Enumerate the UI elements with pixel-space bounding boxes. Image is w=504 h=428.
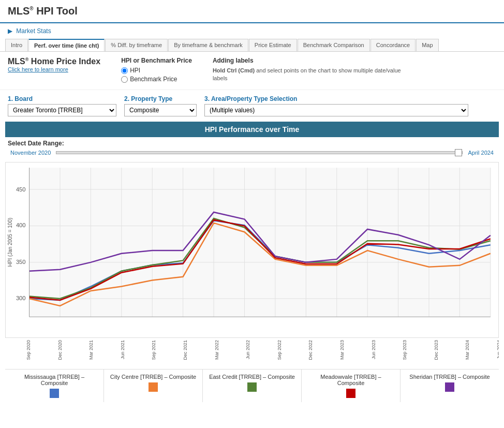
area-label: 3. Area/Property Type Selection	[204, 95, 468, 102]
x-label-4: Sep 2021	[151, 340, 156, 360]
market-stats-bar: ▶ Market Stats	[0, 23, 504, 39]
x-label-3: Jun 2021	[120, 340, 125, 359]
date-range-slider[interactable]	[56, 151, 463, 154]
svg-text:HPI (Jan 2005 = 100): HPI (Jan 2005 = 100)	[7, 218, 13, 267]
app-title: MLS® HPI Tool	[8, 5, 78, 17]
hpi-radio-row: HPI	[121, 67, 192, 74]
date-range-label: Select Date Range:	[8, 140, 496, 147]
tab-pct-diff[interactable]: % Diff. by timeframe	[105, 39, 168, 51]
adding-labels-text: Hold Ctrl (Cmd) and select points on the…	[213, 67, 409, 83]
hpi-option1-label: HPI	[130, 67, 140, 74]
legend-color-2	[247, 382, 257, 392]
hpi-options-label: HPI or Benchmark Price	[121, 57, 192, 64]
legend-item-1: City Centre [TRREB] – Composite	[104, 370, 203, 402]
legend-color-row-1	[109, 382, 197, 392]
legend-label-0: Mississauga [TRREB] – Composite	[10, 374, 98, 386]
board-select[interactable]: Greater Toronto [TRREB]	[8, 104, 116, 116]
x-label-7: Jun 2022	[245, 340, 250, 359]
date-end: April 2024	[468, 150, 494, 156]
area-select[interactable]: (Multiple values)	[204, 104, 468, 116]
learn-more-link[interactable]: Click here to learn more	[8, 66, 100, 72]
x-label-1: Dec 2020	[57, 340, 63, 360]
x-label-8: Sep 2022	[277, 340, 282, 360]
range-slider-container	[56, 149, 463, 157]
legend-color-row-2	[208, 382, 296, 392]
benchmark-radio[interactable]	[121, 76, 128, 83]
x-label-12: Sep 2023	[402, 340, 407, 360]
board-selector-group: 1. Board Greater Toronto [TRREB]	[8, 95, 116, 116]
ctrl-cmd-text: Hold Ctrl (Cmd)	[213, 67, 255, 73]
legend-color-row-0	[10, 389, 98, 398]
legend-color-3	[346, 389, 355, 398]
legend-color-1	[149, 382, 158, 392]
legend-color-row-4	[406, 382, 494, 392]
legend-row: Mississauga [TRREB] – Composite City Cen…	[5, 369, 499, 402]
tab-price-estimate[interactable]: Price Estimate	[249, 39, 297, 51]
hpi-radio[interactable]	[121, 67, 128, 74]
x-label-0: Sep 2020	[26, 340, 31, 360]
chart-header: HPI Performance over Time	[5, 122, 499, 137]
title-mls: MLS	[8, 5, 29, 17]
date-start: November 2020	[10, 150, 51, 156]
adding-labels-title: Adding labels	[213, 57, 409, 64]
legend-item-3: Meadowvale [TRREB] – Composite	[302, 370, 401, 402]
adding-labels-section: Adding labels Hold Ctrl (Cmd) and select…	[213, 57, 409, 83]
tab-benchmark-comparison[interactable]: Benchmark Comparison	[298, 39, 370, 51]
property-selector-group: 2. Property Type Composite Single Family…	[124, 95, 197, 116]
tab-by-timeframe-benchmark[interactable]: By timeframe & benchmark	[168, 39, 248, 51]
property-select[interactable]: Composite Single Family Townhouse Apartm…	[124, 104, 197, 116]
market-stats-link[interactable]: ▶ Market Stats	[8, 27, 51, 35]
area-label-num: 3.	[204, 95, 210, 102]
mls-title-section: MLS® Home Price Index Click here to lear…	[8, 57, 100, 72]
controls-area: MLS® Home Price Index Click here to lear…	[0, 52, 504, 90]
board-label-num: 1.	[8, 95, 13, 102]
mls-title-text: Home Price Index	[28, 57, 100, 66]
board-label-text: Board	[14, 95, 33, 102]
tab-map[interactable]: Map	[416, 39, 438, 51]
x-label-9: Dec 2022	[308, 340, 313, 360]
x-label-6: Mar 2022	[214, 340, 219, 360]
legend-label-3: Meadowvale [TRREB] – Composite	[307, 374, 395, 386]
x-label-10: Mar 2023	[339, 340, 345, 360]
property-label-text: Property Type	[131, 95, 172, 102]
svg-text:350: 350	[16, 259, 26, 265]
hpi-option2-label: Benchmark Price	[130, 76, 177, 83]
x-axis-labels-container: Sep 2020 Dec 2020 Mar 2021 Jun 2021 Sep …	[5, 338, 499, 369]
area-selector-group: 3. Area/Property Type Selection (Multipl…	[204, 95, 468, 116]
property-label: 2. Property Type	[124, 95, 197, 102]
x-label-14: Mar 2024	[465, 340, 470, 360]
x-label-13: Dec 2023	[434, 340, 439, 360]
svg-text:400: 400	[16, 222, 26, 228]
title-suffix: HPI Tool	[34, 5, 78, 17]
legend-color-0	[50, 389, 59, 398]
legend-item-0: Mississauga [TRREB] – Composite	[5, 370, 104, 402]
legend-color-4	[445, 382, 454, 392]
tabs-bar: Intro Perf. over time (line cht) % Diff.…	[0, 39, 504, 52]
legend-label-4: Sheridan [TRREB] – Composite	[406, 374, 494, 380]
property-label-num: 2.	[124, 95, 129, 102]
chart-svg: 300 350 400 450 HPI (Jan 2005 = 100)	[6, 163, 498, 337]
x-label-15: Jun 2024	[496, 340, 499, 359]
x-label-5: Dec 2021	[183, 340, 188, 360]
tab-perf-over-time[interactable]: Perf. over time (line cht)	[28, 39, 105, 51]
area-label-text: Area/Property Type Selection	[211, 95, 298, 102]
legend-label-2: East Credit [TRREB] – Composite	[208, 374, 296, 380]
legend-item-4: Sheridan [TRREB] – Composite	[401, 370, 499, 402]
selectors-row: 1. Board Greater Toronto [TRREB] 2. Prop…	[0, 90, 504, 122]
board-label: 1. Board	[8, 95, 116, 102]
svg-text:300: 300	[16, 296, 26, 302]
tab-intro[interactable]: Intro	[5, 39, 28, 51]
app-header: MLS® HPI Tool	[0, 0, 504, 23]
chart-container: 300 350 400 450 HPI (Jan 2005 = 100)	[5, 162, 499, 338]
date-range-section: Select Date Range: November 2020 April 2…	[0, 137, 504, 159]
date-range-row: November 2020 April 2024	[8, 149, 496, 157]
chart-icon: ▶	[8, 27, 12, 35]
svg-text:450: 450	[16, 186, 26, 193]
x-label-2: Mar 2021	[88, 340, 94, 360]
reg-symbol: ®	[29, 6, 33, 11]
tab-concordance[interactable]: Concordance	[370, 39, 416, 51]
benchmark-radio-row: Benchmark Price	[121, 76, 192, 83]
legend-item-2: East Credit [TRREB] – Composite	[203, 370, 302, 402]
market-stats-label: Market Stats	[16, 27, 51, 35]
x-label-11: Jun 2023	[371, 340, 376, 359]
